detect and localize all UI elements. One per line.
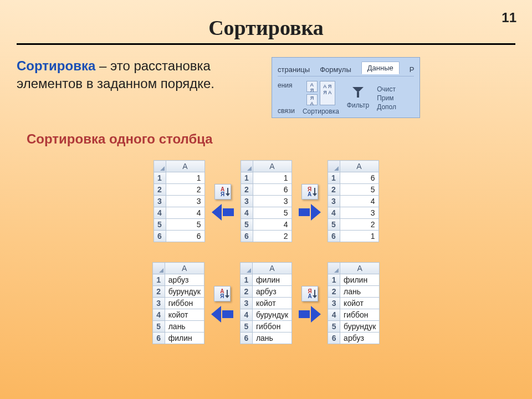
cell[interactable]: лань bbox=[252, 332, 291, 344]
cell[interactable]: филин bbox=[340, 274, 380, 286]
col-header-a[interactable]: A bbox=[340, 263, 380, 274]
definition-text: Сортировка – это расстановка элементов в… bbox=[17, 57, 260, 93]
row-header[interactable]: 3 bbox=[328, 298, 340, 309]
cell[interactable]: 6 bbox=[253, 184, 291, 196]
row-header[interactable]: 5 bbox=[154, 219, 166, 231]
col-header-a[interactable]: A bbox=[340, 161, 378, 172]
row-header[interactable]: 6 bbox=[328, 231, 340, 242]
row-header[interactable]: 3 bbox=[328, 196, 340, 207]
select-all-corner[interactable] bbox=[241, 161, 253, 172]
col-header-a[interactable]: A bbox=[253, 161, 291, 172]
select-all-corner[interactable] bbox=[154, 161, 166, 172]
row-header[interactable]: 2 bbox=[241, 184, 253, 196]
cell[interactable]: 1 bbox=[340, 231, 378, 242]
select-all-corner[interactable] bbox=[328, 161, 340, 172]
col-header-a[interactable]: A bbox=[166, 161, 204, 172]
row-header[interactable]: 2 bbox=[154, 184, 166, 196]
cell[interactable]: бурундук bbox=[165, 286, 204, 298]
select-all-corner[interactable] bbox=[240, 263, 252, 274]
row-header[interactable]: 3 bbox=[154, 196, 166, 207]
sort-desc-button[interactable]: ЯА bbox=[306, 94, 318, 105]
row-header[interactable]: 5 bbox=[152, 321, 165, 332]
row-header[interactable]: 1 bbox=[241, 172, 253, 184]
row-header[interactable]: 2 bbox=[152, 286, 165, 298]
col-header-a[interactable]: A bbox=[165, 263, 204, 274]
cell[interactable]: бурундук bbox=[340, 321, 380, 332]
row-header[interactable]: 2 bbox=[240, 286, 252, 298]
row-header[interactable]: 6 bbox=[154, 231, 166, 242]
col-header-a[interactable]: A bbox=[252, 263, 291, 274]
filter-icon[interactable] bbox=[351, 87, 365, 99]
cell[interactable]: 3 bbox=[166, 196, 204, 207]
cell[interactable]: арбуз bbox=[252, 286, 291, 298]
cell[interactable]: лань bbox=[340, 286, 380, 298]
cell[interactable]: койот bbox=[165, 309, 204, 321]
sort-asc-button[interactable]: АЯ bbox=[306, 81, 318, 92]
row-header[interactable]: 1 bbox=[240, 274, 252, 286]
cell[interactable]: бурундук bbox=[252, 309, 291, 321]
row-header[interactable]: 5 bbox=[240, 321, 252, 332]
definition-term: Сортировка bbox=[17, 58, 95, 73]
row-header[interactable]: 3 bbox=[241, 196, 253, 207]
row-header[interactable]: 2 bbox=[328, 286, 340, 298]
sort-chip-bot: А bbox=[308, 294, 311, 299]
select-all-corner[interactable] bbox=[328, 263, 340, 274]
ribbon-tab-page-layout[interactable]: страницы bbox=[278, 65, 310, 74]
cell[interactable]: 4 bbox=[253, 219, 291, 231]
row-header[interactable]: 4 bbox=[328, 207, 340, 219]
cell[interactable]: гиббон bbox=[252, 321, 291, 332]
ribbon-tab-partial[interactable]: Р bbox=[410, 65, 415, 74]
cell[interactable]: койот bbox=[252, 298, 291, 309]
cell[interactable]: 4 bbox=[340, 196, 378, 207]
row-header[interactable]: 2 bbox=[328, 184, 340, 196]
cell[interactable]: гиббон bbox=[340, 309, 380, 321]
row-header[interactable]: 5 bbox=[328, 321, 340, 332]
cell[interactable]: арбуз bbox=[165, 274, 204, 286]
row-header[interactable]: 1 bbox=[154, 172, 166, 184]
row-header[interactable]: 4 bbox=[240, 309, 252, 321]
cell[interactable]: лань bbox=[165, 321, 204, 332]
cell[interactable]: 1 bbox=[166, 172, 204, 184]
ribbon-side-labels: Очист Прим Допол bbox=[377, 85, 396, 111]
cell[interactable]: 6 bbox=[340, 172, 378, 184]
cell[interactable]: гиббон bbox=[165, 298, 204, 309]
row-header[interactable]: 4 bbox=[241, 207, 253, 219]
row-header[interactable]: 6 bbox=[328, 332, 340, 344]
cell[interactable]: 2 bbox=[253, 231, 291, 242]
cell[interactable]: 2 bbox=[340, 219, 378, 231]
cell[interactable]: 4 bbox=[166, 207, 204, 219]
row-header[interactable]: 4 bbox=[152, 309, 165, 321]
cell[interactable]: 3 bbox=[253, 196, 291, 207]
cell[interactable]: 6 bbox=[166, 231, 204, 242]
row-header[interactable]: 6 bbox=[240, 332, 252, 344]
cell[interactable]: филин bbox=[165, 332, 204, 344]
cell[interactable]: 3 bbox=[340, 207, 378, 219]
sort-dialog-button[interactable]: А ЯЯ А bbox=[320, 81, 335, 105]
row-header[interactable]: 5 bbox=[328, 219, 340, 231]
cell[interactable]: 1 bbox=[253, 172, 291, 184]
row-header[interactable]: 5 bbox=[241, 219, 253, 231]
ribbon-reapply-label[interactable]: Прим bbox=[377, 94, 396, 102]
cell[interactable]: койот bbox=[340, 298, 380, 309]
row-header[interactable]: 6 bbox=[152, 332, 165, 344]
ribbon-tab-formulas[interactable]: Формулы bbox=[320, 65, 351, 74]
ribbon-advanced-label[interactable]: Допол bbox=[377, 103, 396, 111]
row-header[interactable]: 6 bbox=[241, 231, 253, 242]
row-header[interactable]: 1 bbox=[152, 274, 165, 286]
row-header[interactable]: 3 bbox=[240, 298, 252, 309]
page-number: 11 bbox=[502, 10, 516, 25]
cell[interactable]: 5 bbox=[166, 219, 204, 231]
row-header[interactable]: 1 bbox=[328, 172, 340, 184]
cell[interactable]: филин bbox=[252, 274, 291, 286]
ribbon-tab-data[interactable]: Данные bbox=[361, 62, 400, 74]
ribbon-clear-label[interactable]: Очист bbox=[377, 85, 396, 93]
cell[interactable]: 2 bbox=[166, 184, 204, 196]
row-header[interactable]: 4 bbox=[154, 207, 166, 219]
row-header[interactable]: 4 bbox=[328, 309, 340, 321]
row-header[interactable]: 1 bbox=[328, 274, 340, 286]
row-header[interactable]: 3 bbox=[152, 298, 165, 309]
cell[interactable]: 5 bbox=[253, 207, 291, 219]
select-all-corner[interactable] bbox=[152, 263, 165, 274]
cell[interactable]: арбуз bbox=[340, 332, 380, 344]
cell[interactable]: 5 bbox=[340, 184, 378, 196]
